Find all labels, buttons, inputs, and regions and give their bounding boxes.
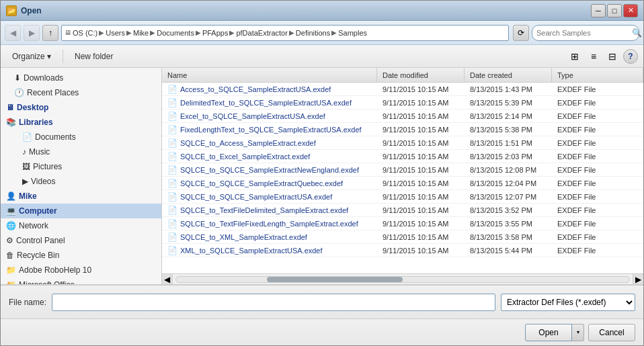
file-icon: 📄 [167,192,177,202]
sidebar-item-downloads[interactable]: ⬇ Downloads [1,71,161,85]
filetype-select[interactable]: Extractor Def Files (*.exdef) [501,294,635,311]
file-name-cell: 📄 FixedLengthText_to_SQLCE_SampleExtract… [162,125,377,134]
table-row[interactable]: 📄 SQLCE_to_SQLCE_SampleExtractQuebec.exd… [162,177,643,190]
search-bar[interactable]: 🔍 [532,25,639,41]
sidebar-item-music[interactable]: ♪ Music [1,144,161,159]
sidebar-item-videos[interactable]: ▶ Videos [1,174,161,189]
refresh-button[interactable]: ⟳ [513,25,529,41]
file-date-created-cell: 8/13/2015 2:03 PM [465,153,552,161]
file-icon: 📄 [167,179,177,188]
file-date-modified-cell: 9/11/2015 10:15 AM [377,247,465,255]
videos-icon: ▶ [22,177,28,186]
view-large-button[interactable]: ⊟ [604,48,620,64]
view-list-button[interactable]: ≡ [586,48,602,64]
sidebar-item-recent-places[interactable]: 🕐 Recent Places [1,85,161,100]
table-row[interactable]: 📄 SQLCE_to_Excel_SampleExtract.exdef 9/1… [162,150,643,163]
crumb-0[interactable]: OS (C:) [73,29,97,37]
sidebar-item-documents[interactable]: 📄 Documents [1,130,161,144]
sidebar-item-mike[interactable]: 👤 Mike [1,189,161,204]
file-date-created-cell: 8/13/2015 5:39 PM [465,99,552,107]
bottom-scrollbar[interactable]: ◀ ▶ [162,273,643,284]
organize-button[interactable]: Organize ▾ [6,48,57,65]
sidebar-item-computer[interactable]: 💻 Computer [1,204,161,218]
sidebar-item-label: Recycle Bin [17,251,59,260]
downloads-icon: ⬇ [14,73,21,83]
sidebar-item-libraries[interactable]: 📚 Libraries [1,115,161,130]
view-details-button[interactable]: ⊞ [567,48,583,64]
file-type-cell: EXDEF File [552,139,643,147]
crumb-5[interactable]: pfDataExtractor [236,29,287,37]
crumb-7[interactable]: Samples [338,29,367,37]
file-icon: 📄 [167,85,177,94]
file-name-text: Access_to_SQLCE_SampleExtractUSA.exdef [180,85,331,93]
crumb-3[interactable]: Documents [157,29,194,37]
filename-input[interactable] [52,294,495,311]
sidebar-item-label: Computer [19,206,57,216]
open-dropdown-button[interactable]: ▾ [572,324,584,341]
column-header-date-modified[interactable]: Date modified [377,68,465,82]
sidebar-item-label: Control Panel [16,236,65,245]
file-date-modified-cell: 9/11/2015 10:15 AM [377,126,465,134]
control-panel-icon: ⚙ [6,236,13,245]
forward-button[interactable]: ▶ [24,25,40,41]
column-header-name[interactable]: Name [162,68,377,82]
sidebar-item-pictures[interactable]: 🖼 Pictures [1,159,161,174]
sidebar-item-adobe-robohelp[interactable]: 📁 Adobe RoboHelp 10 [1,263,161,277]
crumb-4[interactable]: PFApps [202,29,229,37]
file-name-cell: 📄 SQLCE_to_TextFileFixedLength_SampleExt… [162,219,377,228]
table-row[interactable]: 📄 DelimitedText_to_SQLCE_SampleExtractUS… [162,96,643,110]
file-date-modified-cell: 9/11/2015 10:15 AM [377,233,465,241]
footer-bar: File name: Extractor Def Files (*.exdef) [1,285,643,318]
sidebar-item-label: Recent Places [27,88,79,97]
address-bar[interactable]: 🖥 OS (C:) ▶ Users ▶ Mike ▶ Documents ▶ P… [61,25,509,41]
new-folder-button[interactable]: New folder [69,48,119,65]
crumb-6[interactable]: Definitions [296,29,330,37]
minimize-button[interactable]: ─ [591,4,606,17]
table-row[interactable]: 📄 XML_to_SQLCE_SampleExtractUSA.exdef 9/… [162,244,643,257]
title-bar: 📂 Open ─ □ ✕ [1,1,643,21]
scrollbar-thumb[interactable] [267,277,403,282]
sidebar-item-microsoft-office[interactable]: 📁 Microsoft Office [1,277,161,284]
sidebar-item-control-panel[interactable]: ⚙ Control Panel [1,233,161,248]
scroll-left-button[interactable]: ◀ [162,274,173,284]
maximize-button[interactable]: □ [607,4,622,17]
help-button[interactable]: ? [623,49,638,64]
table-row[interactable]: 📄 FixedLengthText_to_SQLCE_SampleExtract… [162,123,643,136]
file-name-cell: 📄 Excel_to_SQLCE_SampleExtractUSA.exdef [162,112,377,121]
sidebar-item-recycle-bin[interactable]: 🗑 Recycle Bin [1,248,161,263]
column-header-type[interactable]: Type [552,68,643,82]
table-row[interactable]: 📄 SQLCE_to_TextFileDelimited_SampleExtra… [162,204,643,217]
toolbar: Organize ▾ New folder ⊞ ≡ ⊟ ? [1,45,643,68]
table-row[interactable]: 📄 SQLCE_to_SQLCE_SampleExtractUSA.exdef … [162,190,643,204]
file-name-cell: 📄 SQLCE_to_Excel_SampleExtract.exdef [162,152,377,161]
table-row[interactable]: 📄 Access_to_SQLCE_SampleExtractUSA.exdef… [162,83,643,96]
file-icon: 📄 [167,206,177,215]
file-date-modified-cell: 9/11/2015 10:15 AM [377,206,465,214]
search-input[interactable] [536,29,629,37]
sidebar-item-desktop[interactable]: 🖥 Desktop [1,100,161,115]
search-icon[interactable]: 🔍 [632,28,642,38]
file-date-modified-cell: 9/11/2015 10:15 AM [377,179,465,187]
cancel-button[interactable]: Cancel [588,324,635,341]
back-button[interactable]: ◀ [5,25,21,41]
crumb-2[interactable]: Mike [133,29,149,37]
table-row[interactable]: 📄 SQLCE_to_XML_SampleExtract.exdef 9/11/… [162,230,643,244]
open-button[interactable]: Open [525,324,572,341]
scroll-right-button[interactable]: ▶ [633,274,643,284]
column-header-date-created[interactable]: Date created [465,68,552,82]
table-row[interactable]: 📄 SQLCE_to_TextFileFixedLength_SampleExt… [162,217,643,230]
file-date-created-cell: 8/13/2015 2:14 PM [465,112,552,120]
sidebar-item-label: Downloads [24,73,63,83]
scrollbar-track[interactable] [175,276,630,283]
file-date-modified-cell: 9/11/2015 10:15 AM [377,85,465,93]
crumb-1[interactable]: Users [106,29,125,37]
table-row[interactable]: 📄 SQLCE_to_SQLCE_SampleExtractNewEngland… [162,163,643,177]
sidebar-item-network[interactable]: 🌐 Network [1,218,161,233]
up-button[interactable]: ↑ [42,25,58,41]
table-row[interactable]: 📄 SQLCE_to_Access_SampleExtract.exdef 9/… [162,136,643,150]
close-button[interactable]: ✕ [623,4,638,17]
file-list-body[interactable]: 📄 Access_to_SQLCE_SampleExtractUSA.exdef… [162,83,643,273]
table-row[interactable]: 📄 Excel_to_SQLCE_SampleExtractUSA.exdef … [162,110,643,123]
file-name-text: SQLCE_to_TextFileFixedLength_SampleExtra… [180,220,358,228]
file-type-cell: EXDEF File [552,233,643,241]
